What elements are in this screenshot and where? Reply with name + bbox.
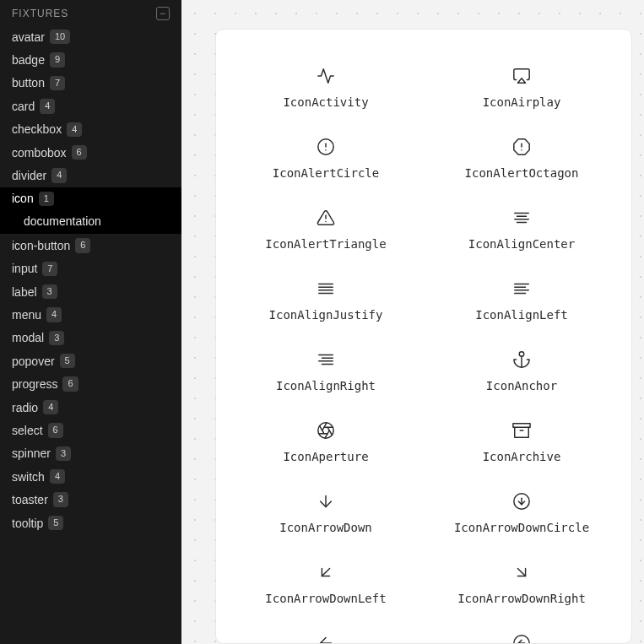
sidebar-item-count-badge: 4	[51, 168, 67, 182]
sidebar-item-spinner[interactable]: spinner3	[0, 442, 181, 465]
sidebar-item-count-badge: 4	[46, 307, 62, 322]
icon-label: IconAlignRight	[276, 379, 376, 392]
sidebar-item-label: toaster	[12, 493, 48, 506]
arrow-down-right-icon	[512, 563, 531, 582]
sidebar-item-select[interactable]: select6	[0, 419, 181, 441]
sidebar-item-count-badge: 6	[75, 238, 90, 252]
arrow-down-left-icon	[317, 563, 335, 582]
icon-cell-align-center[interactable]: IconAlignCenter	[432, 208, 611, 251]
sidebar-item-radio[interactable]: radio4	[0, 396, 181, 419]
icon-cell-arrow-down[interactable]: IconArrowDown	[236, 492, 415, 534]
sidebar-item-label: divider	[12, 169, 46, 182]
icon-cell-arrow-left-circle[interactable]: IconArrowLeftCircle	[432, 634, 611, 644]
anchor-icon	[512, 350, 531, 369]
icon-label: IconAlertOctagon	[465, 166, 579, 180]
align-center-icon	[512, 208, 531, 227]
sidebar-item-input[interactable]: input7	[0, 257, 181, 280]
sidebar-item-count-badge: 6	[62, 376, 78, 391]
aperture-icon	[317, 421, 335, 440]
sidebar-item-card[interactable]: card4	[0, 95, 181, 117]
sidebar-item-label: checkbox	[12, 122, 62, 136]
sidebar-item-button[interactable]: button7	[0, 72, 181, 95]
sidebar-item-progress[interactable]: progress6	[0, 372, 181, 395]
sidebar-item-count-badge: 7	[42, 262, 57, 276]
sidebar-item-label: radio	[12, 401, 38, 414]
sidebar-item-tooltip[interactable]: tooltip5	[0, 511, 181, 534]
sidebar-item-icon-button[interactable]: icon-button6	[0, 234, 181, 257]
icon-cell-alert-octagon[interactable]: IconAlertOctagon	[432, 138, 611, 180]
sidebar-item-divider[interactable]: divider4	[0, 164, 181, 187]
sidebar-item-count-badge: 5	[60, 354, 75, 368]
icon-cell-align-right[interactable]: IconAlignRight	[236, 350, 415, 392]
sidebar-item-label: progress	[12, 377, 57, 391]
icon-label: IconArrowDownCircle	[454, 521, 589, 534]
align-right-icon	[317, 350, 335, 369]
icon-cell-align-left[interactable]: IconAlignLeft	[432, 279, 611, 322]
icon-label: IconAnchor	[486, 379, 557, 392]
sidebar-item-count-badge: 5	[48, 516, 63, 530]
sidebar-header-title: FIXTURES	[12, 8, 68, 19]
icon-label: IconAlignJustify	[269, 308, 383, 322]
icon-label: IconAperture	[283, 450, 368, 463]
icon-cell-activity[interactable]: IconActivity	[236, 67, 415, 109]
arrow-left-icon	[317, 634, 335, 644]
sidebar-item-count-badge: 7	[50, 76, 65, 90]
icon-cell-airplay[interactable]: IconAirplay	[432, 67, 611, 109]
arrow-left-circle-icon	[512, 634, 531, 644]
sidebar-subitem-documentation[interactable]: documentation	[0, 210, 181, 234]
sidebar-item-count-badge: 9	[50, 52, 65, 67]
alert-triangle-icon	[317, 208, 335, 227]
sidebar-item-label[interactable]: label3	[0, 280, 181, 303]
sidebar-item-badge[interactable]: badge9	[0, 48, 181, 71]
sidebar-item-label: switch	[12, 470, 45, 484]
sidebar-item-switch[interactable]: switch4	[0, 465, 181, 488]
icon-label: IconArrowDownLeft	[265, 592, 386, 605]
sidebar-item-label: combobox	[12, 146, 67, 160]
icon-label: IconActivity	[283, 95, 368, 109]
sidebar-item-count-badge: 6	[48, 423, 63, 437]
sidebar-item-count-badge: 10	[50, 30, 70, 44]
icon-label: IconAlignLeft	[475, 308, 568, 322]
sidebar-item-combobox[interactable]: combobox6	[0, 141, 181, 164]
sidebar-item-popover[interactable]: popover5	[0, 349, 181, 372]
sidebar-item-label: tooltip	[12, 517, 43, 530]
activity-icon	[317, 67, 335, 85]
icon-label: IconAlignCenter	[468, 237, 575, 251]
sidebar-item-label: spinner	[12, 446, 51, 460]
icon-documentation-card: IconActivityIconAirplayIconAlertCircleIc…	[215, 29, 632, 644]
icon-cell-align-justify[interactable]: IconAlignJustify	[236, 279, 415, 322]
arrow-down-circle-icon	[512, 492, 531, 511]
sidebar-item-label: popover	[12, 354, 55, 368]
sidebar-item-menu[interactable]: menu4	[0, 303, 181, 326]
archive-icon	[512, 421, 531, 440]
sidebar-item-count-badge: 3	[42, 284, 57, 299]
collapse-icon[interactable]: −	[156, 7, 170, 20]
sidebar-item-icon[interactable]: icon1	[0, 187, 181, 210]
icon-cell-arrow-down-right[interactable]: IconArrowDownRight	[432, 563, 611, 605]
icon-cell-arrow-left[interactable]: IconArrowLeft	[236, 634, 415, 644]
sidebar-item-checkbox[interactable]: checkbox4	[0, 118, 181, 141]
align-left-icon	[512, 279, 531, 298]
sidebar-item-toaster[interactable]: toaster3	[0, 488, 181, 511]
sidebar-item-count-badge: 4	[40, 99, 55, 113]
icon-grid: IconActivityIconAirplayIconAlertCircleIc…	[236, 67, 611, 644]
airplay-icon	[512, 67, 531, 85]
icon-cell-arrow-down-left[interactable]: IconArrowDownLeft	[236, 563, 415, 605]
icon-label: IconAlertCircle	[273, 166, 379, 180]
sidebar-item-modal[interactable]: modal3	[0, 327, 181, 349]
sidebar-item-avatar[interactable]: avatar10	[0, 25, 181, 48]
fixture-list: avatar10badge9button7card4checkbox4combo…	[0, 25, 181, 534]
icon-cell-aperture[interactable]: IconAperture	[236, 421, 415, 463]
sidebar-item-label: select	[12, 424, 43, 437]
sidebar-item-count-badge: 4	[50, 469, 65, 484]
sidebar-item-label: icon	[12, 192, 34, 205]
sidebar-item-count-badge: 3	[56, 446, 71, 461]
alert-octagon-icon	[512, 138, 531, 156]
icon-label: IconArchive	[483, 450, 561, 463]
icon-cell-arrow-down-circle[interactable]: IconArrowDownCircle	[432, 492, 611, 534]
icon-cell-alert-circle[interactable]: IconAlertCircle	[236, 138, 415, 180]
icon-cell-archive[interactable]: IconArchive	[432, 421, 611, 463]
icon-cell-anchor[interactable]: IconAnchor	[432, 350, 611, 392]
sidebar-item-label: card	[12, 100, 35, 113]
icon-cell-alert-triangle[interactable]: IconAlertTriangle	[236, 208, 415, 251]
